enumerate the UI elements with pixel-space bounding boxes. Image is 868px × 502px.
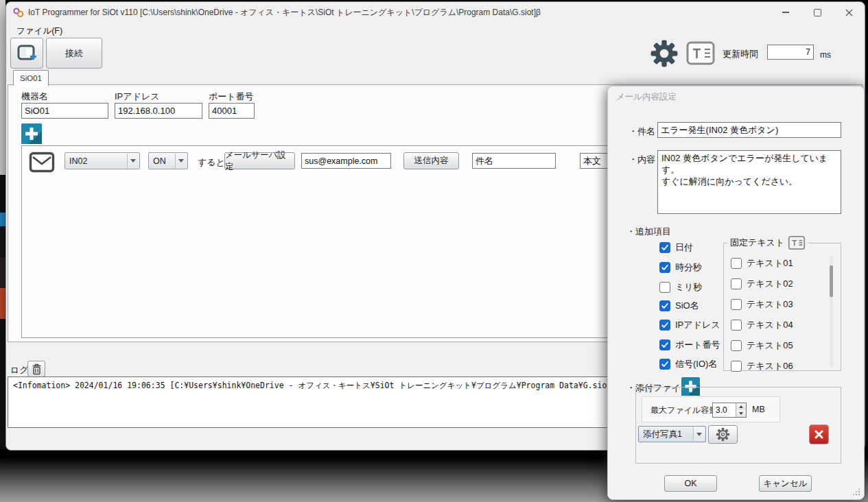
- text-settings-button[interactable]: [685, 40, 716, 69]
- checkbox-text04[interactable]: テキスト04: [731, 319, 793, 331]
- state-select[interactable]: ON: [148, 152, 188, 169]
- checkbox-box[interactable]: [731, 320, 742, 331]
- minimize-icon: [782, 12, 789, 13]
- checkbox-text06[interactable]: テキスト06: [731, 360, 793, 372]
- connect-button[interactable]: 接続: [46, 38, 102, 69]
- mail-subject-input[interactable]: [472, 153, 556, 169]
- chevron-down-icon: [696, 433, 702, 436]
- refresh-time-unit: ms: [820, 50, 831, 60]
- checkbox-time[interactable]: 時分秒: [659, 261, 702, 274]
- checkbox-box[interactable]: [731, 258, 742, 269]
- checkbox-port[interactable]: ポート番号: [659, 339, 720, 351]
- subject-input[interactable]: [657, 122, 841, 138]
- checkbox-label: テキスト02: [747, 278, 793, 290]
- max-size-panel: 最大ファイル容量 3.0 MB: [642, 396, 780, 422]
- signal-dropdown-button[interactable]: [127, 154, 139, 168]
- mail-content-dialog: メール内容設定 ・件名 ・内容 IN02 黄色ボタンでエラーが発生しています。 …: [607, 86, 865, 500]
- attachment-group: 最大ファイル容量 3.0 MB 添付写真1: [635, 387, 841, 464]
- menu-file[interactable]: ファイル(F): [12, 23, 67, 39]
- checkbox-text02[interactable]: テキスト02: [731, 278, 793, 290]
- up-arrow-icon: [739, 405, 743, 408]
- additional-items-label: ・追加項目: [626, 226, 671, 238]
- spinner-down-button[interactable]: [736, 410, 746, 417]
- checkbox-box[interactable]: [731, 278, 742, 289]
- attachment-settings-button[interactable]: [708, 425, 738, 444]
- delete-attachment-button[interactable]: [809, 425, 829, 444]
- tab-sio01[interactable]: SiO01: [13, 70, 49, 86]
- checkbox-text01[interactable]: テキスト01: [731, 257, 793, 270]
- gear-outline-icon: [716, 427, 730, 442]
- checkbox-box[interactable]: [659, 359, 670, 370]
- max-size-spinner[interactable]: 3.0: [712, 403, 747, 418]
- max-size-unit: MB: [752, 405, 765, 414]
- connect-label: 接続: [65, 47, 83, 60]
- signal-select[interactable]: IN02: [64, 152, 140, 169]
- max-size-value: 3.0: [716, 405, 727, 415]
- ok-button[interactable]: OK: [664, 475, 717, 492]
- checkbox-box[interactable]: [731, 340, 742, 351]
- device-port-input[interactable]: [209, 103, 255, 119]
- device-name-input[interactable]: [21, 103, 108, 119]
- checkbox-ip[interactable]: IPアドレス: [659, 319, 720, 331]
- send-content-button[interactable]: 送信内容: [403, 152, 459, 169]
- checkbox-date[interactable]: 日付: [659, 241, 693, 254]
- content-textarea[interactable]: IN02 黄色ボタンでエラーが発生しています。 すぐに解消に向かってください。: [657, 150, 841, 214]
- checkbox-label: テキスト03: [747, 298, 793, 311]
- scrollbar-thumb[interactable]: [830, 265, 833, 297]
- add-rule-button[interactable]: [21, 123, 42, 147]
- checkbox-box[interactable]: [659, 262, 670, 273]
- down-arrow-icon: [739, 412, 743, 415]
- checkbox-box[interactable]: [659, 282, 670, 293]
- checkbox-label: ミリ秒: [675, 281, 703, 294]
- checkbox-sio-name[interactable]: SiO名: [659, 300, 699, 312]
- checkbox-box[interactable]: [659, 320, 670, 331]
- checkbox-box[interactable]: [731, 361, 742, 372]
- fixed-text-scrollbar[interactable]: [830, 256, 833, 367]
- new-device-button[interactable]: [10, 38, 43, 69]
- mail-server-settings-button[interactable]: メールサーバ設定: [224, 152, 295, 169]
- desktop-edge: [0, 0, 5, 175]
- minimize-button[interactable]: [770, 2, 801, 23]
- signal-value: IN02: [69, 156, 87, 166]
- mail-icon: [29, 152, 55, 176]
- checkbox-label: 日付: [675, 241, 693, 254]
- checkbox-box[interactable]: [659, 242, 670, 253]
- gear-icon: [650, 39, 679, 68]
- close-button[interactable]: [833, 2, 865, 23]
- send-content-label: 送信内容: [414, 155, 449, 167]
- content-label: ・内容: [629, 154, 655, 166]
- app-link-icon: [12, 7, 25, 21]
- mail-address-input[interactable]: [301, 153, 391, 169]
- then-label: すると: [198, 156, 225, 169]
- checkbox-text03[interactable]: テキスト03: [731, 298, 793, 311]
- device-ip-input[interactable]: [115, 103, 202, 119]
- device-name-label: 機器名: [21, 91, 48, 103]
- spinner-up-button[interactable]: [736, 403, 746, 410]
- cancel-button[interactable]: キャンセル: [759, 475, 812, 492]
- checkbox-box[interactable]: [659, 339, 670, 350]
- clear-log-button[interactable]: [27, 361, 45, 377]
- fixed-text-label: 固定テキスト: [730, 237, 784, 249]
- checkbox-signal-name[interactable]: 信号(IO)名: [659, 358, 717, 370]
- checkbox-box[interactable]: [731, 299, 742, 310]
- checkbox-label: ポート番号: [675, 339, 720, 351]
- tab-label: SiO01: [20, 74, 42, 82]
- checkbox-label: 信号(IO)名: [675, 358, 717, 370]
- state-dropdown-button[interactable]: [175, 154, 187, 168]
- refresh-time-input[interactable]: [767, 45, 814, 60]
- checkbox-millisec[interactable]: ミリ秒: [659, 281, 703, 294]
- photo-dropdown-button[interactable]: [693, 427, 705, 441]
- checkbox-label: SiO名: [675, 300, 699, 312]
- text-settings-icon: [685, 40, 716, 66]
- attachment-photo-value: 添付写真1: [643, 429, 682, 440]
- desktop-edge: [0, 257, 5, 288]
- desktop-edge: [0, 226, 5, 257]
- checkbox-label: テキスト05: [747, 339, 793, 352]
- checkbox-box[interactable]: [659, 300, 670, 311]
- title-bar[interactable]: IoT Programmer for SiOt v110 [C:\Users\s…: [6, 2, 865, 23]
- attachment-photo-select[interactable]: 添付写真1: [638, 426, 706, 442]
- maximize-button[interactable]: [801, 2, 833, 23]
- checkbox-text05[interactable]: テキスト05: [731, 339, 793, 352]
- settings-button[interactable]: [650, 39, 679, 71]
- resize-grip[interactable]: [853, 488, 860, 495]
